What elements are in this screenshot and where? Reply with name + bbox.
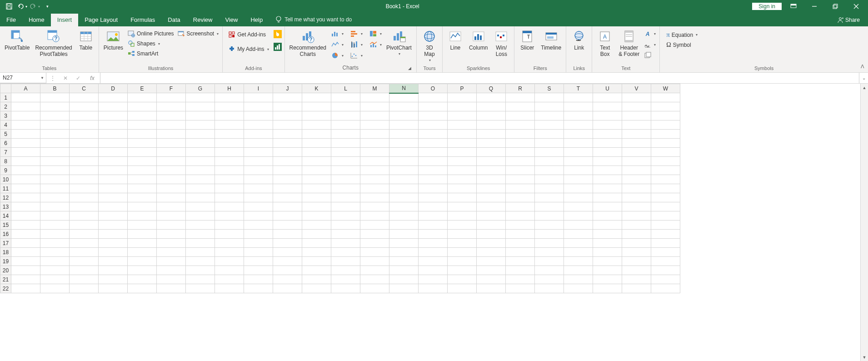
cell[interactable] [506, 175, 535, 184]
cell[interactable] [448, 102, 477, 111]
cell[interactable] [128, 139, 157, 148]
cell[interactable] [99, 139, 128, 148]
cell[interactable] [215, 184, 244, 193]
row-header[interactable]: 5 [0, 130, 11, 139]
cell[interactable] [564, 211, 593, 221]
cell[interactable] [622, 130, 651, 139]
cell[interactable] [70, 139, 99, 148]
cell[interactable] [215, 239, 244, 248]
cell[interactable] [651, 257, 680, 266]
cell[interactable] [273, 239, 302, 248]
cell[interactable] [389, 211, 419, 221]
cell[interactable] [157, 148, 186, 157]
cell[interactable] [186, 248, 215, 257]
more-functions-button[interactable]: ⋮ [46, 75, 59, 81]
cell[interactable] [593, 148, 622, 157]
cell[interactable] [70, 111, 99, 120]
row-header[interactable]: 4 [0, 120, 11, 130]
cell[interactable] [360, 175, 389, 184]
cell[interactable] [593, 230, 622, 239]
cell[interactable] [477, 211, 506, 221]
cell[interactable] [651, 202, 680, 211]
cell[interactable] [11, 175, 40, 184]
cell[interactable] [506, 166, 535, 175]
cell[interactable] [40, 111, 70, 120]
cell[interactable] [99, 230, 128, 239]
column-header[interactable]: G [186, 84, 215, 93]
cell[interactable] [535, 266, 564, 275]
cell[interactable] [244, 139, 273, 148]
cell[interactable] [535, 221, 564, 230]
cell[interactable] [389, 239, 419, 248]
cell[interactable] [128, 102, 157, 111]
cell[interactable] [215, 221, 244, 230]
cell[interactable] [477, 120, 506, 130]
cell[interactable] [448, 221, 477, 230]
cell[interactable] [244, 284, 273, 293]
cell[interactable] [622, 248, 651, 257]
cell[interactable] [302, 184, 331, 193]
cell[interactable] [506, 93, 535, 102]
cell[interactable] [186, 102, 215, 111]
cell[interactable] [157, 284, 186, 293]
cell[interactable] [593, 130, 622, 139]
cell[interactable] [40, 175, 70, 184]
cell[interactable] [273, 184, 302, 193]
sign-in-button[interactable]: Sign in [752, 3, 782, 10]
cell[interactable] [506, 120, 535, 130]
cell[interactable] [186, 211, 215, 221]
row-header[interactable]: 17 [0, 239, 11, 248]
cell[interactable] [302, 239, 331, 248]
cell[interactable] [419, 175, 448, 184]
cell[interactable] [302, 202, 331, 211]
cell[interactable] [651, 193, 680, 202]
cell[interactable] [593, 139, 622, 148]
cell[interactable] [331, 139, 360, 148]
cell[interactable] [157, 202, 186, 211]
cell[interactable] [244, 184, 273, 193]
cell[interactable] [157, 266, 186, 275]
cell[interactable] [448, 166, 477, 175]
cell[interactable] [389, 221, 419, 230]
cell[interactable] [389, 202, 419, 211]
cell[interactable] [244, 130, 273, 139]
cell[interactable] [622, 266, 651, 275]
cell[interactable] [564, 130, 593, 139]
cell[interactable] [11, 284, 40, 293]
cell[interactable] [186, 230, 215, 239]
cell[interactable] [419, 184, 448, 193]
cell[interactable] [564, 193, 593, 202]
cell[interactable] [128, 93, 157, 102]
cell[interactable] [564, 202, 593, 211]
cell[interactable] [535, 166, 564, 175]
cell[interactable] [535, 184, 564, 193]
cell[interactable] [40, 284, 70, 293]
cell[interactable] [477, 166, 506, 175]
cell[interactable] [273, 111, 302, 120]
cell[interactable] [360, 211, 389, 221]
pivotchart-button[interactable]: PivotChart▾ [384, 27, 414, 56]
cell[interactable] [128, 239, 157, 248]
ribbon-display-options-button[interactable] [784, 0, 803, 13]
cell[interactable] [273, 257, 302, 266]
column-header[interactable]: B [40, 84, 70, 93]
cell[interactable] [244, 102, 273, 111]
cell[interactable] [99, 166, 128, 175]
cell[interactable] [331, 266, 360, 275]
cell[interactable] [535, 111, 564, 120]
cell[interactable] [651, 148, 680, 157]
cell[interactable] [448, 157, 477, 166]
cell[interactable] [215, 266, 244, 275]
column-chart-button[interactable]: ▾ [329, 29, 345, 38]
cell[interactable] [622, 257, 651, 266]
cell[interactable] [593, 284, 622, 293]
cell[interactable] [128, 202, 157, 211]
cell[interactable] [244, 275, 273, 284]
cell[interactable] [622, 284, 651, 293]
cell[interactable] [70, 266, 99, 275]
column-header[interactable]: T [564, 84, 593, 93]
charts-dialog-launcher[interactable]: ◢ [407, 65, 413, 71]
cell[interactable] [128, 275, 157, 284]
cell[interactable] [389, 184, 419, 193]
cell[interactable] [535, 248, 564, 257]
